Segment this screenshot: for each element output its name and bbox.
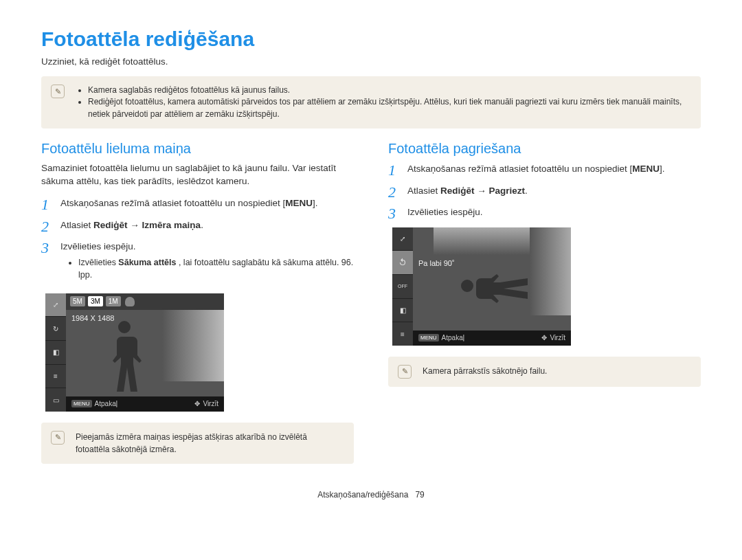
sidebar-icon-rotate [392,251,413,275]
arrow-icon: → [130,220,142,230]
camera-preview-rotate: ⤢ OFF ◧ ≡ Pa labi 90˚ [392,227,571,346]
step3-sub-item: Izvēlieties Sākuma attēls , lai fotoattē… [78,256,354,281]
left-column: Fotoattēlu lieluma maiņa Samaziniet foto… [41,141,354,476]
step-body: Atskaņošanas režīmā atlasiet fotoattēlu … [60,197,318,213]
back-label: Atpakaļ [95,400,117,407]
sidebar-icon-off: OFF [392,275,413,299]
step-body: Atlasiet Rediģēt → Pagriezt. [407,184,528,201]
start-image-icon [125,297,135,306]
step1-text: Atskaņošanas režīmā atlasiet fotoattēlu … [60,198,280,208]
sidebar-icon-filter: ◧ [392,299,413,323]
sub-text: Izvēlieties [78,258,118,267]
camera-bottombar: MENU Atpakaļ ✥ Virzīt [66,396,224,412]
page-footer: Atskaņošana/rediģēšana 79 [41,490,701,500]
sidebar-icon-adjust: ≡ [392,322,413,346]
menu-chip: MENU [418,334,439,341]
note-icon: ✎ [51,85,65,98]
step-number: 2 [388,184,401,201]
sidebar-icon-resize: ⤢ [392,227,413,251]
document-page: Fotoattēla rediģēšana Uzziniet, kā rediģ… [0,0,742,513]
right-column: Fotoattēla pagriešana 1 Atskaņošanas rež… [388,141,701,476]
sidebar-icon-rotate: ↻ [45,317,66,341]
sidebar-icon-resize: ⤢ [45,293,66,317]
move-control: ✥ Virzīt [189,400,224,407]
camera-silhouette [104,317,145,396]
step-number: 3 [41,240,54,288]
step-row: 2 Atlasiet Rediģēt → Pagriezt. [388,184,701,201]
sidebar-icon-crop: ▭ [45,388,66,412]
back-control: MENU Atpakaļ [66,400,123,407]
step-row: 3 Izvēlieties iespēju. Izvēlieties Sākum… [41,240,354,288]
step3-sublist: Izvēlieties Sākuma attēls , lai fotoattē… [60,256,354,281]
step-number: 1 [41,197,54,213]
step-body: Atskaņošanas režīmā atlasiet fotoattēlu … [407,162,665,179]
move-label: Virzīt [550,334,565,341]
footer-section: Atskaņošana/rediģēšana [317,490,408,500]
step-number: 2 [41,219,54,235]
dpad-icon: ✥ [541,334,547,341]
page-title: Fotoattēla rediģēšana [41,27,701,51]
step-row: 1 Atskaņošanas režīmā atlasiet fotoattēl… [388,162,701,179]
top-note-box: ✎ Kamera saglabās rediģētos fotoattēlus … [41,76,701,128]
camera-rotate-label: Pa labi 90˚ [418,259,455,267]
note-icon-column: ✎ [398,365,414,379]
camera-topbar: 5M 3M 1M [66,293,224,310]
left-bottom-note: ✎ Pieejamās izmēra maiņas iespējas atšķi… [41,423,354,464]
period: . [315,198,318,208]
camera-preview-resize: ⤢ ↻ ◧ ≡ ▭ 5M 3M 1M 1 [45,293,224,412]
note-icon-column: ✎ [51,85,67,120]
period: . [525,186,528,196]
move-label: Virzīt [203,400,218,407]
note-text: Kamera pārrakstīs sākotnējo failu. [423,365,547,379]
section-heading-rotate: Fotoattēla pagriešana [388,141,701,157]
camera-resolution-label: 1984 X 1488 [71,314,114,322]
step-body: Izvēlieties iespēju. Izvēlieties Sākuma … [60,240,354,288]
note-icon-column: ✎ [51,431,67,456]
sub-bold: Sākuma attēls [118,258,176,267]
top-note-item: Rediģējot fotoattēlus, kamera automātisk… [88,96,690,120]
sidebar-icon-adjust: ≡ [45,365,66,389]
section-heading-resize: Fotoattēlu lieluma maiņa [41,141,354,157]
menu-chip: MENU [71,400,92,407]
period: . [201,220,203,230]
camera-gradient [162,310,224,381]
camera-bottombar: MENU Atpakaļ ✥ Virzīt [413,331,571,346]
arrow-icon: → [477,186,488,196]
top-note-item: Kamera saglabās rediģētos fotoattēlus kā… [88,85,690,96]
section-intro: Samaziniet fotoattēla lielumu un saglabā… [41,162,354,188]
step3-text: Izvēlieties iespēju. [60,240,354,254]
step-row: 3 Izvēlieties iespēju. [388,205,701,222]
page-subtitle: Uzziniet, kā rediģēt fotoattēlus. [41,56,701,67]
size-option-selected: 3M [88,296,103,306]
step-body: Atlasiet Rediģēt → Izmēra maiņa. [60,219,203,235]
step2-edit: Rediģēt [93,220,128,230]
step1-text: Atskaņošanas režīmā atlasiet fotoattēlu … [407,164,627,174]
step2-target: Izmēra maiņa [142,220,201,230]
menu-label: MENU [632,164,660,174]
size-option: 5M [70,296,85,306]
sidebar-icon-filter: ◧ [45,341,66,365]
step2-prefix: Atlasiet [60,220,93,230]
step2-edit: Rediģēt [440,186,475,196]
note-icon: ✎ [398,365,412,379]
step-number: 1 [388,162,401,179]
camera-main [413,227,571,331]
step-number: 3 [388,205,401,222]
camera-sidebar: ⤢ ↻ ◧ ≡ ▭ [45,293,66,412]
content-columns: Fotoattēlu lieluma maiņa Samaziniet foto… [41,141,701,476]
dpad-icon: ✥ [194,400,200,407]
period: . [662,164,665,174]
note-text: Pieejamās izmēra maiņas iespējas atšķira… [76,431,343,456]
camera-sidebar: ⤢ OFF ◧ ≡ [392,227,413,346]
step2-prefix: Atlasiet [407,186,440,196]
footer-page-number: 79 [415,490,424,500]
top-note-list: Kamera saglabās rediģētos fotoattēlus kā… [76,85,690,120]
step2-target: Pagriezt [489,186,526,196]
back-label: Atpakaļ [442,334,464,341]
step-row: 1 Atskaņošanas režīmā atlasiet fotoattēl… [41,197,354,213]
step3-text: Izvēlieties iespēju. [407,205,483,219]
menu-label: MENU [285,198,313,208]
size-option: 1M [106,296,121,306]
step-row: 2 Atlasiet Rediģēt → Izmēra maiņa. [41,219,354,235]
note-icon: ✎ [51,431,65,445]
